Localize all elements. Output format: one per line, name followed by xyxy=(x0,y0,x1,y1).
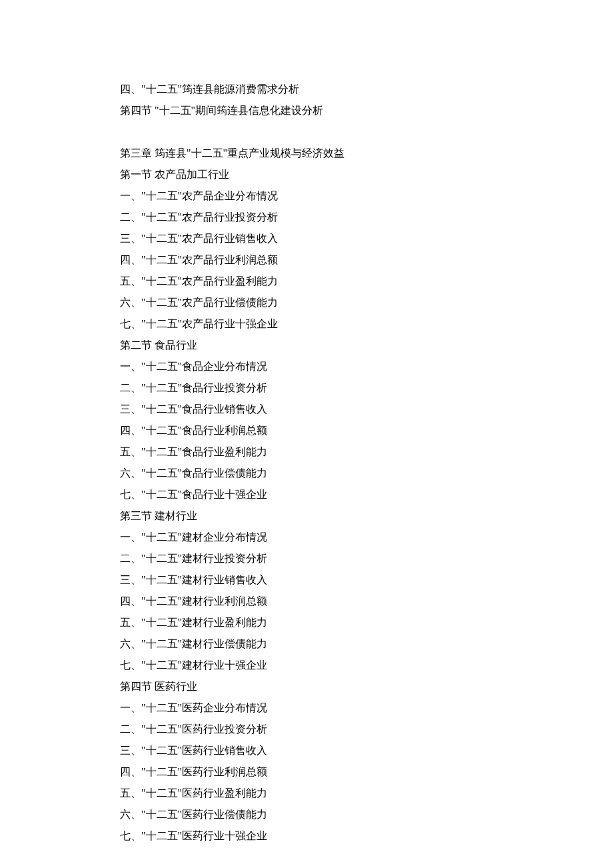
list-item: 六、"十二五"农产品行业偿债能力 xyxy=(120,292,493,313)
list-item: 二、"十二五"建材行业投资分析 xyxy=(120,548,493,569)
chapter-title: 第三章 筠连县"十二五"重点产业规模与经济效益 xyxy=(120,143,493,164)
list-item: 一、"十二五"建材企业分布情况 xyxy=(120,527,493,548)
list-item: 六、"十二五"食品行业偿债能力 xyxy=(120,463,493,484)
list-item: 七、"十二五"医药行业十强企业 xyxy=(120,825,493,847)
list-item: 四、"十二五"农产品行业利润总额 xyxy=(120,249,493,271)
list-item: 七、"十二五"食品行业十强企业 xyxy=(120,484,493,505)
section-title: 第二节 食品行业 xyxy=(120,335,493,356)
list-item: 一、"十二五"医药企业分布情况 xyxy=(120,697,493,719)
section-title: 第三节 建材行业 xyxy=(120,505,493,527)
list-item: 三、"十二五"农产品行业销售收入 xyxy=(120,228,493,249)
section-title: 第一节 农产品加工行业 xyxy=(120,164,493,185)
intro-line: 四、"十二五"筠连县能源消费需求分析 xyxy=(120,79,493,100)
list-item: 三、"十二五"医药行业销售收入 xyxy=(120,740,493,761)
list-item: 二、"十二五"农产品行业投资分析 xyxy=(120,207,493,228)
list-item: 五、"十二五"食品行业盈利能力 xyxy=(120,441,493,463)
list-item: 七、"十二五"建材行业十强企业 xyxy=(120,655,493,676)
list-item: 五、"十二五"建材行业盈利能力 xyxy=(120,612,493,633)
list-item: 二、"十二五"医药行业投资分析 xyxy=(120,719,493,740)
list-item: 六、"十二五"建材行业偿债能力 xyxy=(120,633,493,655)
list-item: 二、"十二五"食品行业投资分析 xyxy=(120,377,493,399)
list-item: 六、"十二五"医药行业偿债能力 xyxy=(120,804,493,825)
document-page: 四、"十二五"筠连县能源消费需求分析 第四节 "十二五"期间筠连县信息化建设分析… xyxy=(0,0,613,868)
list-item: 一、"十二五"农产品企业分布情况 xyxy=(120,185,493,207)
intro-line: 第四节 "十二五"期间筠连县信息化建设分析 xyxy=(120,100,493,121)
list-item: 四、"十二五"医药行业利润总额 xyxy=(120,761,493,783)
blank-line xyxy=(120,121,493,143)
list-item: 三、"十二五"食品行业销售收入 xyxy=(120,399,493,420)
list-item: 七、"十二五"农产品行业十强企业 xyxy=(120,313,493,335)
list-item: 四、"十二五"建材行业利润总额 xyxy=(120,591,493,612)
list-item: 四、"十二五"食品行业利润总额 xyxy=(120,420,493,441)
section-title: 第四节 医药行业 xyxy=(120,676,493,697)
list-item: 三、"十二五"建材行业销售收入 xyxy=(120,569,493,591)
list-item: 五、"十二五"农产品行业盈利能力 xyxy=(120,271,493,292)
list-item: 五、"十二五"医药行业盈利能力 xyxy=(120,783,493,804)
list-item: 一、"十二五"食品企业分布情况 xyxy=(120,356,493,377)
